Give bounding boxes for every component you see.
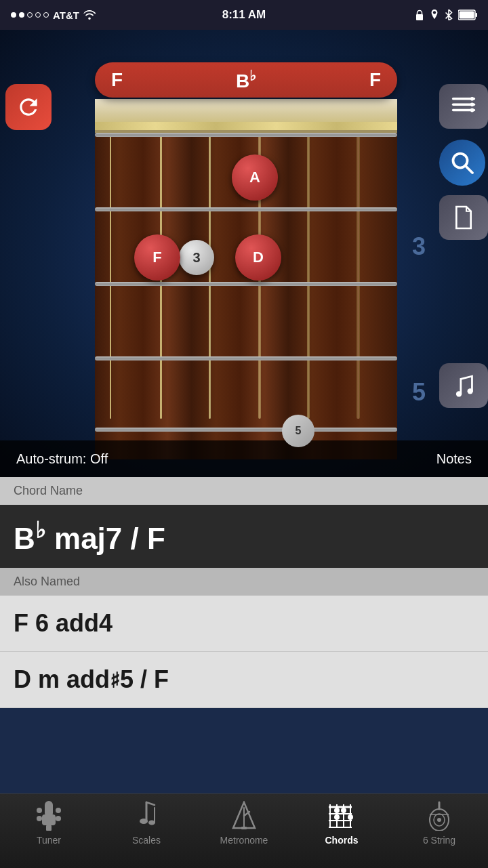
bluetooth-icon — [445, 9, 453, 20]
guitar-head-icon — [37, 801, 61, 831]
fret-marker-3: 3 — [412, 232, 426, 261]
chords-tab-label: Chords — [325, 835, 359, 846]
dot-4 — [35, 12, 41, 18]
chord-pill-left: F — [111, 69, 123, 91]
metronome-tab-icon — [229, 801, 259, 831]
svg-point-7 — [470, 97, 474, 101]
svg-point-20 — [56, 816, 61, 821]
tab-scales[interactable]: Scales — [98, 801, 195, 846]
svg-point-9 — [470, 108, 474, 112]
svg-point-37 — [334, 814, 340, 820]
tab-chords[interactable]: Chords — [293, 801, 390, 846]
string-6 — [357, 133, 360, 419]
metronome-icon — [232, 801, 256, 831]
carrier-label: AT&T — [53, 9, 79, 21]
scales-music-icon — [134, 801, 159, 831]
6string-tab-icon — [424, 801, 454, 831]
alt-name-1: F 6 add4 — [0, 596, 488, 652]
scales-tab-label: Scales — [132, 835, 161, 846]
6string-tab-label: 6 String — [423, 835, 455, 846]
string-1 — [110, 133, 111, 419]
chords-tab-icon — [327, 801, 357, 831]
svg-rect-2 — [476, 13, 478, 17]
svg-rect-26 — [241, 827, 247, 829]
list-button[interactable] — [439, 84, 488, 129]
document-button[interactable] — [439, 195, 488, 240]
lock-icon — [415, 9, 424, 20]
status-time: 8:11 AM — [222, 8, 266, 22]
svg-point-19 — [37, 816, 42, 821]
notes-button[interactable]: Notes — [436, 451, 472, 467]
barre-3: 3 — [179, 240, 214, 275]
svg-point-35 — [334, 808, 340, 813]
fretboard-bottom-bar: Auto-strum: Off Notes — [0, 440, 488, 477]
svg-point-38 — [348, 814, 353, 820]
chord-info: Chord Name B♭ maj7 / F Also Named F 6 ad… — [0, 477, 488, 708]
list-icon — [451, 97, 476, 116]
auto-strum-label: Auto-strum: Off — [16, 451, 108, 467]
status-right — [415, 9, 477, 20]
signal-dots — [11, 12, 49, 18]
svg-rect-15 — [42, 814, 56, 825]
chord-name-display: B♭ maj7 / F — [0, 505, 488, 568]
svg-point-12 — [456, 391, 462, 396]
location-icon — [430, 9, 439, 20]
search-icon — [450, 150, 474, 175]
tab-6string[interactable]: 6 String — [390, 801, 488, 846]
also-named-header: Also Named — [0, 568, 488, 596]
refresh-icon — [16, 94, 41, 120]
status-bar: AT&T 8:11 AM — [0, 0, 488, 30]
fret-5 — [95, 428, 397, 432]
note-D[interactable]: D — [235, 234, 281, 281]
tab-bar: Tuner Scales Metronome — [0, 793, 488, 868]
dot-1 — [11, 12, 16, 18]
chord-pill-center: B♭ — [236, 68, 256, 92]
note-A[interactable]: A — [232, 154, 278, 201]
guitar-body-icon — [427, 801, 451, 831]
fret-2 — [95, 207, 397, 211]
refresh-button[interactable] — [5, 84, 52, 130]
svg-rect-16 — [46, 825, 52, 831]
tab-tuner[interactable]: Tuner — [0, 801, 98, 846]
search-button[interactable] — [439, 140, 485, 186]
tuner-tab-label: Tuner — [37, 835, 61, 846]
wifi-icon — [83, 10, 96, 20]
chord-name-header: Chord Name — [0, 477, 488, 505]
svg-point-13 — [468, 388, 473, 394]
chord-pill: F B♭ F — [95, 62, 397, 98]
chord-grid-icon — [327, 802, 356, 830]
dot-3 — [27, 12, 33, 18]
fret-1 — [95, 133, 397, 137]
tuner-tab-icon — [34, 801, 64, 831]
metronome-tab-label: Metronome — [220, 835, 268, 846]
battery-icon — [458, 9, 477, 20]
open-string-dot[interactable]: 5 — [282, 415, 314, 447]
music-note-icon — [452, 373, 475, 398]
tab-metronome[interactable]: Metronome — [195, 801, 293, 846]
svg-rect-3 — [460, 12, 474, 19]
status-left: AT&T — [11, 9, 96, 21]
document-icon — [453, 205, 474, 230]
fretboard[interactable]: F B♭ F 3 5 A F 3 — [95, 60, 397, 459]
svg-point-42 — [437, 818, 441, 822]
fret-3 — [95, 282, 397, 286]
music-button[interactable] — [439, 363, 488, 408]
svg-line-11 — [466, 166, 472, 173]
string-5 — [307, 133, 310, 419]
dot-2 — [19, 12, 24, 18]
fretboard-container[interactable]: F B♭ F 3 5 A F 3 — [0, 30, 488, 477]
scales-tab-icon — [131, 801, 161, 831]
guitar-nut — [95, 99, 397, 133]
svg-point-17 — [37, 808, 42, 813]
svg-point-36 — [341, 808, 346, 813]
string-3 — [209, 133, 211, 419]
alt-name-2: D m add♯5 / F — [0, 652, 488, 708]
note-F[interactable]: F — [134, 234, 180, 281]
dot-5 — [43, 12, 49, 18]
svg-point-21 — [140, 819, 148, 824]
svg-point-8 — [470, 102, 474, 106]
fret-marker-5: 5 — [412, 378, 426, 407]
svg-point-18 — [56, 808, 61, 813]
fret-4 — [95, 356, 397, 360]
svg-point-22 — [148, 821, 155, 825]
